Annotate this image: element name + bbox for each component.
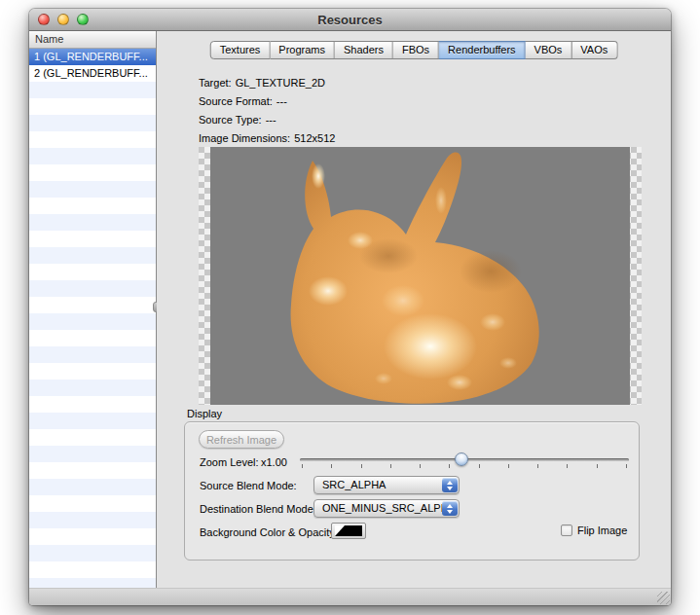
list-row-empty [29,231,156,247]
info-value: 512x512 [294,132,335,144]
list-row-empty [29,280,156,297]
slider-tick [302,464,303,468]
image-preview [199,147,642,405]
tab-textures[interactable]: Textures [210,41,271,59]
info-row-source-type: Source Type:--- [199,111,335,129]
tab-vaos[interactable]: VAOs [571,41,617,59]
resources-window: Resources Name 1 (GL_RENDERBUFF...2 (GL_… [29,9,671,605]
source-blend-label: Source Blend Mode: [200,480,297,492]
destination-blend-selected-value: ONE_MINUS_SRC_ALPHA [322,502,456,514]
list-row-empty [29,214,156,231]
tab-shaders[interactable]: Shaders [335,41,393,59]
sidebar: Name 1 (GL_RENDERBUFF...2 (GL_RENDERBUFF… [29,31,157,588]
slider-tick [626,464,627,468]
info-row-image-dimensions: Image Dimensions:512x512 [199,129,335,148]
slider-tick [537,464,538,468]
list-row-empty [29,198,156,214]
slider-tick [597,464,598,468]
info-label: Image Dimensions: [199,132,290,144]
info-value: --- [276,95,287,107]
list-row-empty [29,528,156,545]
tab-bar: TexturesProgramsShadersFBOsRenderbuffers… [210,41,618,59]
slider-tick [390,464,391,468]
destination-blend-label: Destination Blend Mode: [200,503,316,516]
list-row-empty [29,115,156,131]
slider-tick [361,464,362,468]
refresh-image-button[interactable]: Refresh Image [199,430,284,449]
title-bar: Resources [29,9,671,31]
bunny-model-image [199,147,642,405]
zoom-slider-thumb[interactable] [455,452,468,466]
background-color-well[interactable] [331,523,366,539]
list-row-empty [29,396,156,413]
list-row-empty [29,495,156,512]
source-blend-selected-value: SRC_ALPHA [322,479,386,490]
info-row-target: Target:GL_TEXTURE_2D [199,74,335,92]
color-swatch-icon [335,525,362,536]
zoom-level-label: Zoom Level: [200,456,259,469]
list-row-empty [29,131,156,148]
list-row-empty [29,512,156,528]
slider-tick [567,464,568,468]
info-label: Source Format: [199,95,273,107]
display-group: Refresh Image Zoom Level: x1.00 Source B… [184,421,640,561]
info-label: Target: [199,77,232,89]
list-row-empty [29,264,156,280]
updown-arrows-icon [442,478,458,492]
column-header-name[interactable]: Name [29,31,156,49]
bottom-bar [29,588,671,605]
flip-image-checkbox[interactable] [561,525,572,536]
info-value: GL_TEXTURE_2D [236,77,325,89]
close-button[interactable] [38,14,50,25]
group-title: Display [187,408,222,419]
list-item[interactable]: 1 (GL_RENDERBUFF... [29,49,156,65]
tab-programs[interactable]: Programs [270,41,335,59]
list-row-empty [29,380,156,396]
source-blend-dropdown[interactable]: SRC_ALPHA [313,476,460,494]
list-row-empty [29,363,156,380]
list-row-empty [29,98,156,115]
list-row-empty [29,330,156,346]
info-row-source-format: Source Format:--- [199,92,335,111]
list-row-empty [29,247,156,264]
list-row-empty [29,164,156,181]
list-row-empty [29,578,156,588]
window-controls [38,14,89,25]
window-title: Resources [317,13,382,27]
zoom-level-value: x1.00 [261,456,287,469]
list-row-empty [29,297,156,313]
tab-vbos[interactable]: VBOs [526,41,572,59]
background-color-label: Background Color & Opacity: [200,526,338,539]
resize-grip[interactable] [657,592,670,604]
slider-tick [479,464,480,468]
flip-image-label: Flip Image [577,525,627,537]
list-item[interactable]: 2 (GL_RENDERBUFF... [29,65,156,82]
updown-arrows-icon [442,501,458,516]
zoom-button[interactable] [77,14,89,25]
list-row-empty [29,561,156,578]
list-row-empty [29,462,156,479]
sidebar-rows: 1 (GL_RENDERBUFF...2 (GL_RENDERBUFF... [29,49,156,588]
zoom-slider[interactable] [300,452,629,473]
tab-fbos[interactable]: FBOs [393,41,439,59]
info-label: Source Type: [199,114,262,126]
minimize-button[interactable] [57,14,69,25]
destination-blend-dropdown[interactable]: ONE_MINUS_SRC_ALPHA [313,499,460,518]
info-block: Target:GL_TEXTURE_2D Source Format:--- S… [199,74,335,148]
list-row-empty [29,346,156,363]
slider-tick [508,464,509,468]
list-row-empty [29,413,156,429]
list-row-empty [29,148,156,164]
list-row-empty [29,181,156,198]
list-row-empty [29,82,156,98]
window-content: Name 1 (GL_RENDERBUFF...2 (GL_RENDERBUFF… [29,31,671,588]
info-value: --- [266,114,276,126]
list-row-empty [29,429,156,446]
list-row-empty [29,479,156,495]
slider-tick [449,464,450,468]
slider-tick [420,464,421,468]
list-row-empty [29,446,156,462]
main-panel: TexturesProgramsShadersFBOsRenderbuffers… [157,31,671,588]
tab-renderbuffers[interactable]: Renderbuffers [439,41,526,59]
list-row-empty [29,313,156,330]
